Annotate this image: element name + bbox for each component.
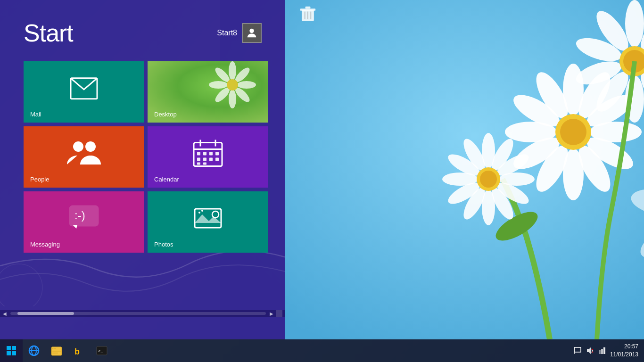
tile-messaging-label: Messaging	[30, 241, 60, 248]
svg-rect-77	[203, 152, 206, 156]
tile-photos[interactable]: Photos	[148, 191, 268, 253]
taskbar-bing[interactable]: b	[68, 339, 91, 362]
svg-text::-): :-)	[74, 209, 85, 222]
start-close-button[interactable]	[276, 310, 282, 317]
svg-point-15	[560, 119, 586, 145]
svg-rect-105	[574, 347, 581, 352]
svg-text:>_: >_	[98, 348, 103, 353]
svg-rect-83	[215, 158, 219, 161]
tile-photos-label: Photos	[154, 241, 173, 248]
svg-point-90	[198, 212, 200, 214]
tile-people[interactable]: People	[24, 126, 144, 188]
tile-people-label: People	[30, 176, 49, 183]
taskbar-start-button[interactable]	[0, 339, 23, 362]
svg-rect-85	[203, 163, 206, 165]
start-panel: Start Start8 Mail	[0, 0, 285, 339]
clock-date: 11/01/2013	[610, 351, 638, 359]
svg-point-61	[229, 61, 236, 80]
svg-point-58	[249, 29, 254, 33]
svg-point-67	[209, 81, 228, 89]
ie-icon	[28, 345, 40, 357]
tile-desktop[interactable]: Desktop	[148, 61, 268, 123]
svg-rect-110	[599, 350, 601, 354]
svg-point-71	[73, 141, 83, 152]
svg-point-29	[480, 171, 497, 188]
tile-mail[interactable]: Mail	[24, 61, 144, 123]
tile-calendar-label: Calendar	[154, 176, 179, 183]
photos-icon	[193, 205, 223, 233]
taskbar-explorer[interactable]	[45, 339, 68, 362]
svg-marker-107	[587, 347, 591, 354]
svg-rect-53	[305, 7, 311, 8]
speaker-icon[interactable]	[586, 346, 594, 355]
svg-point-70	[85, 141, 96, 152]
svg-rect-95	[12, 351, 16, 355]
svg-point-30	[625, 0, 644, 47]
system-clock[interactable]: 20:57 11/01/2013	[610, 343, 638, 359]
svg-line-109	[592, 352, 593, 353]
svg-rect-101	[52, 353, 58, 354]
user-area[interactable]: Start8	[217, 23, 262, 43]
flag-icon[interactable]	[573, 346, 582, 355]
calendar-icon	[193, 139, 223, 169]
svg-rect-111	[601, 349, 603, 354]
tile-desktop-label: Desktop	[154, 111, 177, 118]
svg-rect-94	[7, 351, 11, 355]
scroll-right-arrow[interactable]: ▶	[270, 311, 273, 316]
user-name: Start8	[217, 29, 237, 37]
tiles-container: Mail	[0, 57, 285, 257]
svg-point-69	[227, 79, 238, 90]
explorer-icon	[50, 345, 63, 357]
bing-icon: b	[73, 345, 85, 357]
svg-rect-112	[603, 347, 605, 354]
tile-mail-label: Mail	[30, 111, 41, 118]
start-scrollbar-area[interactable]: ◀ ▶	[0, 310, 285, 317]
taskbar-right: 20:57 11/01/2013	[573, 343, 644, 359]
taskbar: b >_	[0, 339, 644, 362]
person-icon	[245, 26, 258, 40]
messaging-icon: :-)	[69, 205, 99, 233]
user-avatar[interactable]	[242, 23, 262, 43]
tile-messaging[interactable]: :-) Messaging	[24, 191, 144, 253]
people-icon	[67, 140, 101, 168]
network-icon[interactable]	[598, 346, 606, 355]
svg-point-57	[0, 264, 42, 306]
scroll-left-arrow[interactable]: ◀	[3, 311, 7, 316]
cmd-icon: >_	[96, 345, 108, 357]
recycle-bin[interactable]	[299, 6, 316, 23]
svg-rect-100	[52, 351, 61, 352]
scrollbar-thumb[interactable]	[17, 312, 74, 315]
start-title: Start	[24, 19, 73, 47]
recycle-bin-icon	[299, 6, 316, 23]
svg-rect-81	[203, 158, 206, 161]
taskbar-apps: b >_	[23, 339, 573, 362]
taskbar-cmd[interactable]: >_	[91, 339, 113, 362]
svg-rect-82	[209, 158, 213, 161]
taskbar-ie[interactable]	[23, 339, 45, 362]
mail-icon	[70, 77, 98, 102]
svg-rect-76	[197, 152, 200, 156]
svg-rect-79	[215, 152, 219, 156]
windows-icon	[6, 346, 17, 356]
scrollbar-track[interactable]	[10, 312, 266, 315]
svg-point-63	[237, 81, 256, 89]
clock-time: 20:57	[610, 343, 638, 351]
svg-rect-93	[12, 346, 16, 350]
start-header: Start Start8	[0, 0, 285, 57]
svg-rect-78	[209, 152, 213, 156]
svg-rect-80	[197, 158, 200, 161]
svg-point-91	[201, 210, 203, 212]
svg-rect-92	[7, 346, 11, 350]
svg-text:b: b	[74, 347, 80, 356]
svg-rect-84	[197, 163, 200, 165]
svg-line-108	[592, 349, 593, 350]
tile-calendar[interactable]: Calendar	[148, 126, 268, 188]
svg-point-89	[212, 211, 219, 218]
svg-rect-52	[300, 8, 315, 11]
svg-point-65	[229, 90, 236, 108]
